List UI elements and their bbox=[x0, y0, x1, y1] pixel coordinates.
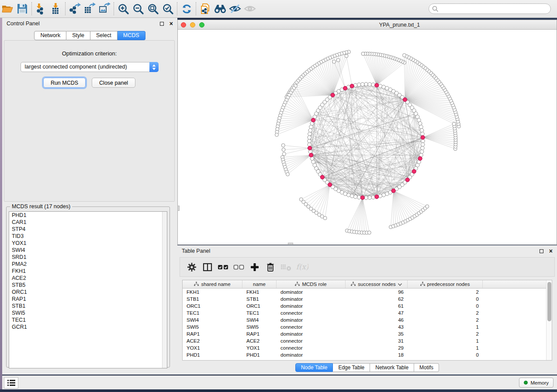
zoom-out-icon[interactable] bbox=[131, 1, 145, 16]
tab-edge-table[interactable]: Edge Table bbox=[333, 363, 370, 372]
graph-node[interactable] bbox=[419, 125, 423, 129]
search-input[interactable] bbox=[429, 3, 551, 14]
mcds-result-item[interactable]: TID3 bbox=[9, 233, 167, 240]
cell-successor-nodes[interactable]: 35 bbox=[346, 330, 408, 337]
cell-successor-nodes[interactable]: 46 bbox=[346, 316, 408, 323]
refresh-icon[interactable] bbox=[179, 1, 194, 16]
graph-node[interactable] bbox=[364, 83, 368, 86]
graph-leaf-node[interactable] bbox=[282, 152, 286, 156]
tab-select[interactable]: Select bbox=[90, 31, 118, 40]
column-header-predecessor-nodes[interactable]: predecessor nodes bbox=[408, 280, 483, 288]
graph-node[interactable] bbox=[308, 136, 311, 140]
graph-node[interactable] bbox=[353, 83, 357, 87]
graph-node[interactable] bbox=[382, 193, 386, 197]
graph-node[interactable] bbox=[350, 194, 354, 198]
graph-node[interactable] bbox=[308, 139, 311, 143]
graph-node[interactable] bbox=[308, 150, 312, 154]
cell-name[interactable]: TEC1 bbox=[242, 309, 277, 316]
mcds-result-item[interactable]: PHD1 bbox=[9, 212, 167, 219]
graph-node[interactable] bbox=[368, 196, 372, 199]
table-row[interactable]: ORC1ORC1dominator610 bbox=[183, 303, 546, 309]
tab-network[interactable]: Network bbox=[34, 31, 66, 40]
cell-shared-name[interactable]: FKH1 bbox=[183, 289, 242, 296]
splitter-grip-left[interactable] bbox=[177, 206, 180, 211]
graph-node[interactable] bbox=[308, 128, 312, 132]
graph-node[interactable] bbox=[309, 125, 313, 129]
graph-node[interactable] bbox=[421, 139, 425, 143]
cell-MCDS-role[interactable]: dominator bbox=[277, 330, 346, 337]
mcds-result-item[interactable]: CAR1 bbox=[9, 219, 167, 226]
cell-successor-nodes[interactable]: 47 bbox=[346, 309, 408, 316]
graph-node[interactable] bbox=[421, 143, 425, 147]
save-icon[interactable] bbox=[15, 1, 30, 16]
graph-leaf-node[interactable] bbox=[332, 60, 336, 63]
mcds-result-item[interactable]: STP4 bbox=[9, 226, 167, 233]
cell-predecessor-nodes[interactable]: 1 bbox=[408, 344, 483, 351]
cell-name[interactable]: FKH1 bbox=[242, 289, 277, 296]
graph-dominator-node[interactable] bbox=[391, 189, 395, 193]
table-row[interactable]: SWI5SWI5connector431 bbox=[183, 323, 546, 330]
table-row[interactable]: TEC1TEC1connector472 bbox=[183, 309, 546, 316]
graph-leaf-node[interactable] bbox=[282, 148, 285, 151]
cell-predecessor-nodes[interactable]: 2 bbox=[408, 289, 483, 296]
memory-button[interactable]: Memory bbox=[519, 378, 554, 388]
mcds-result-item[interactable]: TEC1 bbox=[9, 316, 167, 323]
close-panel-button[interactable]: Close panel bbox=[92, 78, 135, 88]
cell-successor-nodes[interactable]: 61 bbox=[346, 303, 408, 309]
tab-node-table[interactable]: Node Table bbox=[295, 363, 333, 372]
deselect-all-icon[interactable] bbox=[232, 261, 246, 274]
cell-predecessor-nodes[interactable]: 2 bbox=[408, 309, 483, 316]
mcds-result-item[interactable]: ORC1 bbox=[9, 289, 167, 296]
cell-shared-name[interactable]: TEC1 bbox=[183, 309, 242, 316]
export-network-icon[interactable] bbox=[67, 1, 82, 16]
cell-successor-nodes[interactable]: 29 bbox=[346, 344, 408, 351]
tab-style[interactable]: Style bbox=[66, 31, 90, 40]
graph-dominator-node[interactable] bbox=[331, 93, 335, 97]
cell-MCDS-role[interactable]: connector bbox=[277, 344, 346, 351]
graph-leaf-node[interactable] bbox=[275, 133, 278, 137]
graph-node[interactable] bbox=[420, 128, 424, 132]
cell-successor-nodes[interactable]: 43 bbox=[346, 323, 408, 330]
graph-leaf-node[interactable] bbox=[323, 217, 327, 220]
cell-predecessor-nodes[interactable]: 0 bbox=[408, 303, 483, 309]
mcds-result-item[interactable]: RAP1 bbox=[9, 296, 167, 303]
graph-node[interactable] bbox=[357, 196, 361, 199]
cell-MCDS-role[interactable]: dominator bbox=[277, 316, 346, 323]
cell-name[interactable]: STB1 bbox=[242, 296, 277, 303]
run-mcds-button[interactable]: Run MCDS bbox=[43, 78, 86, 88]
table-row[interactable]: RAP1RAP1dominator352 bbox=[183, 330, 546, 337]
graph-leaf-node[interactable] bbox=[452, 122, 456, 126]
table-scrollbar[interactable] bbox=[546, 280, 552, 360]
cell-name[interactable]: SWI5 bbox=[242, 323, 277, 330]
graph-dominator-node[interactable] bbox=[311, 118, 315, 122]
float-table-panel-icon[interactable] bbox=[540, 249, 543, 253]
select-all-icon[interactable] bbox=[217, 261, 230, 274]
graph-leaf-node[interactable] bbox=[426, 205, 429, 208]
find-binoculars-icon[interactable] bbox=[213, 1, 228, 16]
open-folder-icon[interactable] bbox=[0, 1, 15, 16]
cell-MCDS-role[interactable]: connector bbox=[277, 337, 346, 344]
table-row[interactable]: FKH1FKH1dominator962 bbox=[183, 289, 546, 296]
graph-leaf-node[interactable] bbox=[336, 58, 340, 62]
cell-MCDS-role[interactable]: connector bbox=[277, 309, 346, 316]
cell-predecessor-nodes[interactable]: 0 bbox=[408, 351, 483, 358]
mcds-result-item[interactable]: SWI5 bbox=[9, 309, 167, 316]
show-hidden-icon[interactable] bbox=[242, 1, 257, 16]
graph-leaf-node[interactable] bbox=[345, 54, 348, 58]
cell-name[interactable]: SWI4 bbox=[242, 316, 277, 323]
cell-shared-name[interactable]: STB1 bbox=[183, 296, 242, 303]
graph-dominator-node[interactable] bbox=[360, 196, 364, 199]
graph-leaf-node[interactable] bbox=[286, 172, 290, 176]
graph-node[interactable] bbox=[357, 83, 361, 87]
graph-dominator-node[interactable] bbox=[375, 83, 379, 87]
cell-shared-name[interactable]: RAP1 bbox=[183, 330, 242, 337]
network-graph[interactable] bbox=[178, 30, 557, 244]
mcds-result-item[interactable]: ACE2 bbox=[9, 275, 167, 282]
tab-motifs[interactable]: Motifs bbox=[414, 363, 439, 372]
graph-node[interactable] bbox=[420, 150, 424, 154]
cell-successor-nodes[interactable]: 96 bbox=[346, 289, 408, 296]
cell-shared-name[interactable]: ORC1 bbox=[183, 303, 242, 309]
close-table-panel-icon[interactable]: × bbox=[549, 249, 553, 253]
mcds-list-scrollbar[interactable] bbox=[162, 212, 167, 368]
graph-node[interactable] bbox=[353, 195, 357, 199]
